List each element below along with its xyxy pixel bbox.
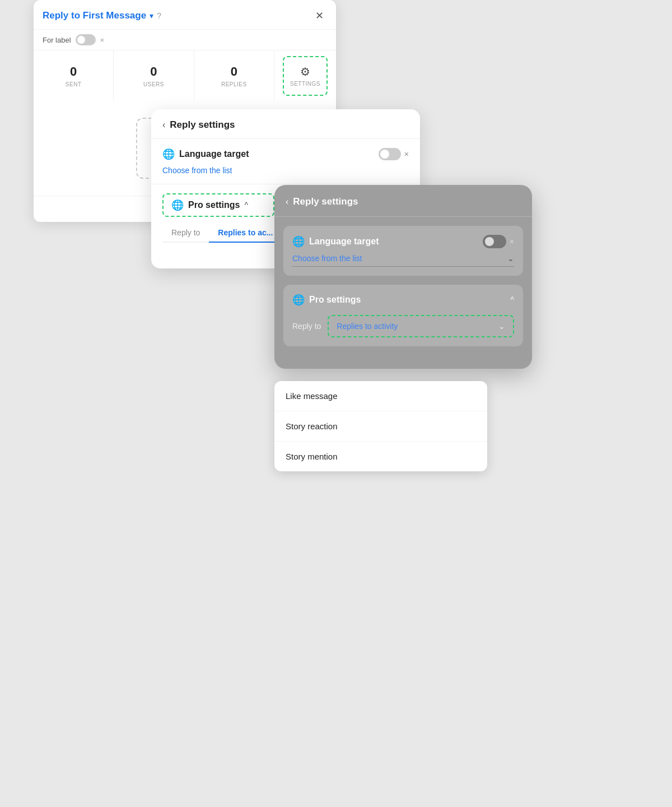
pro-settings-dashed-box[interactable]: 🌐 Pro settings ^	[162, 193, 274, 217]
stat-users-value: 0	[150, 64, 157, 79]
dropdown-item-story-reaction[interactable]: Story reaction	[274, 411, 487, 442]
front-panel: ‹ Reply settings 🌐 Language target × Cho…	[274, 185, 532, 369]
main-header-left: Reply to First Message ▾ ?	[43, 10, 161, 21]
middle-choose-list-link[interactable]: Choose from the list	[162, 166, 409, 175]
stat-sent: 0 SENT	[34, 50, 114, 101]
front-reply-dropdown-value: Replies to activity	[337, 322, 398, 331]
stat-users-label: USERS	[143, 81, 164, 87]
middle-language-toggle[interactable]	[379, 148, 401, 160]
front-language-section: 🌐 Language target × Choose from the list…	[283, 226, 523, 276]
front-pro-section: 🌐 Pro settings ^ Reply to Replies to act…	[283, 285, 523, 346]
close-button[interactable]: ✕	[311, 8, 327, 24]
stats-row: 0 SENT 0 USERS 0 REPLIES ⚙ SETTINGS	[34, 50, 336, 101]
pro-globe-icon: 🌐	[171, 199, 184, 211]
front-pro-title: Pro settings	[309, 295, 361, 305]
middle-language-row: 🌐 Language target ×	[162, 148, 409, 160]
front-language-row: 🌐 Language target ×	[292, 235, 514, 248]
front-reply-dropdown[interactable]: Replies to activity ⌄	[328, 315, 514, 337]
dropdown-item-like-message[interactable]: Like message	[274, 381, 487, 411]
settings-icon: ⚙	[300, 65, 310, 78]
chevron-down-icon[interactable]: ▾	[150, 11, 153, 20]
front-divider	[292, 266, 514, 267]
front-reply-row: Reply to Replies to activity ⌄	[292, 315, 514, 337]
stat-sent-label: SENT	[66, 81, 82, 87]
settings-tab[interactable]: ⚙ SETTINGS	[283, 56, 328, 96]
middle-panel-title: Reply settings	[170, 119, 235, 131]
stat-replies-label: REPLIES	[221, 81, 247, 87]
front-panel-header: ‹ Reply settings	[274, 185, 532, 217]
front-reply-chevron-icon: ⌄	[498, 322, 505, 331]
front-pro-globe-icon: 🌐	[292, 294, 305, 306]
stat-sent-value: 0	[70, 64, 77, 79]
stat-replies: 0 REPLIES	[194, 50, 274, 101]
middle-language-section: 🌐 Language target × Choose from the list	[151, 139, 420, 184]
front-language-title: Language target	[309, 236, 379, 247]
tab-reply-to[interactable]: Reply to	[162, 224, 209, 243]
dropdown-item-story-mention[interactable]: Story mention	[274, 442, 487, 471]
front-panel-title: Reply settings	[293, 196, 358, 207]
help-icon[interactable]: ?	[157, 11, 161, 20]
middle-toggle-controls: ×	[379, 148, 409, 160]
front-toggle-controls: ×	[483, 235, 514, 248]
front-choose-list-dropdown[interactable]: Choose from the list ⌄	[292, 254, 514, 263]
middle-panel-header: ‹ Reply settings	[151, 109, 420, 139]
front-panel-back-icon[interactable]: ‹	[286, 197, 288, 207]
middle-language-title: Language target	[179, 149, 249, 159]
middle-language-label-row: 🌐 Language target	[162, 148, 249, 160]
tab-replies-to-activity[interactable]: Replies to ac...	[209, 224, 282, 243]
middle-panel-back-icon[interactable]: ‹	[162, 120, 165, 130]
for-label-row: For label ×	[34, 30, 336, 50]
front-language-x-icon[interactable]: ×	[510, 237, 514, 246]
collapse-icon[interactable]: ^	[244, 201, 248, 210]
pro-settings-title: Pro settings	[188, 200, 240, 210]
main-title: Reply to First Message	[43, 10, 146, 21]
dropdown-menu: Like message Story reaction Story mentio…	[274, 381, 487, 471]
front-pro-label: 🌐 Pro settings	[292, 294, 361, 306]
for-label-close-icon[interactable]: ×	[100, 36, 105, 44]
for-label-text: For label	[43, 36, 71, 44]
settings-label: SETTINGS	[290, 81, 320, 87]
main-header: Reply to First Message ▾ ? ✕	[34, 0, 336, 30]
front-choose-list-chevron: ⌄	[507, 254, 514, 263]
settings-stat-wrapper: ⚙ SETTINGS	[274, 50, 336, 101]
stat-replies-value: 0	[231, 64, 237, 79]
front-globe-icon: 🌐	[292, 235, 305, 248]
front-choose-list-text: Choose from the list	[292, 254, 362, 263]
globe-icon: 🌐	[162, 148, 175, 160]
front-language-toggle[interactable]	[483, 235, 506, 248]
for-label-toggle[interactable]	[76, 34, 96, 45]
middle-language-x-icon[interactable]: ×	[404, 150, 409, 159]
front-pro-header: 🌐 Pro settings ^	[292, 294, 514, 306]
stat-users: 0 USERS	[114, 50, 194, 101]
front-reply-to-label: Reply to	[292, 322, 321, 331]
front-collapse-icon[interactable]: ^	[510, 295, 514, 304]
front-language-label: 🌐 Language target	[292, 235, 379, 248]
